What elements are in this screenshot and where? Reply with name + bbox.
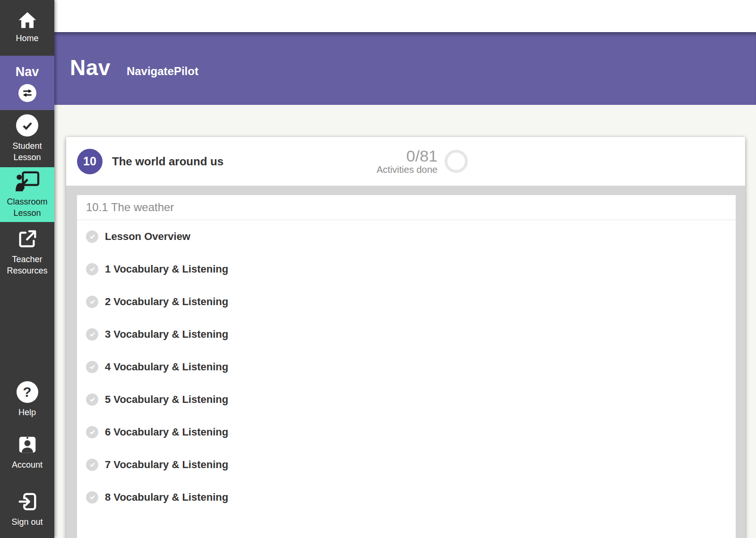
unit-header: 10 The world around us 0/81 Activities d… <box>66 137 745 186</box>
lesson-row[interactable]: 2 Vocabulary & Listening <box>77 285 736 318</box>
top-white-strip <box>54 0 756 32</box>
activity-status-icon <box>86 426 98 438</box>
lesson-row[interactable]: 5 Vocabulary & Listening <box>77 383 736 416</box>
sidebar-item-label: Classroom Lesson <box>1 196 53 218</box>
progress-ring <box>445 150 468 173</box>
activity-status-icon <box>86 491 98 504</box>
sidebar-item-label: Teacher Resources <box>1 254 53 276</box>
lesson-row[interactable]: 1 Vocabulary & Listening <box>77 253 736 285</box>
activity-status-icon <box>86 328 98 341</box>
sidebar-item-label: Nav <box>16 64 39 80</box>
section-title: 10.1 The weather <box>86 201 174 214</box>
sidebar-item-label: Student Lesson <box>1 141 53 162</box>
lesson-label: 3 Vocabulary & Listening <box>105 328 228 341</box>
lesson-label: Lesson Overview <box>105 231 190 243</box>
activity-status-icon <box>86 231 98 243</box>
brand-product-name: NavigatePilot <box>127 65 198 78</box>
sidebar-item-label: Home <box>1 33 53 44</box>
lesson-label: 6 Vocabulary & Listening <box>105 426 228 438</box>
check-circle-icon <box>16 114 38 137</box>
swap-horizontal-icon <box>18 84 36 102</box>
activity-status-icon <box>86 263 98 275</box>
activity-status-icon <box>86 393 98 406</box>
sidebar-item-account[interactable]: Account <box>0 424 54 480</box>
unit-title: The world around us <box>112 155 223 168</box>
lesson-row[interactable]: 6 Vocabulary & Listening <box>77 416 736 448</box>
lesson-row[interactable]: 7 Vocabulary & Listening <box>77 448 736 481</box>
sidebar-item-help[interactable]: ? Help <box>0 376 54 424</box>
external-link-icon <box>17 228 38 250</box>
main-area: Nav NavigatePilot 10 The world around us… <box>54 0 756 538</box>
home-icon <box>18 11 37 29</box>
unit-number-badge: 10 <box>77 149 103 174</box>
sidebar-item-home[interactable]: Home <box>0 0 54 56</box>
progress-caption: Activities done <box>343 164 438 175</box>
brand: Nav NavigatePilot <box>70 55 198 82</box>
lesson-list-panel: 10.1 The weather Lesson Overview 1 Vocab… <box>77 195 736 538</box>
app-header: Nav NavigatePilot <box>54 32 756 105</box>
sidebar-item-label: Sign out <box>1 517 53 528</box>
content-area: 10 The world around us 0/81 Activities d… <box>54 105 756 538</box>
activity-status-icon <box>86 459 98 471</box>
lesson-label: 7 Vocabulary & Listening <box>105 459 228 471</box>
id-badge-icon <box>17 434 38 455</box>
lesson-label: 1 Vocabulary & Listening <box>105 263 228 275</box>
activity-status-icon <box>86 361 98 373</box>
sidebar-item-student-lesson[interactable]: Student Lesson <box>0 110 54 167</box>
question-mark-glyph: ? <box>23 383 31 401</box>
lesson-row[interactable]: 3 Vocabulary & Listening <box>77 318 736 350</box>
section-header: 10.1 The weather <box>77 195 736 220</box>
lesson-label: 2 Vocabulary & Listening <box>105 296 228 308</box>
app-window: Home Nav Student Lesson <box>0 0 756 538</box>
sidebar-item-label: Account <box>1 460 53 470</box>
lesson-label: 4 Vocabulary & Listening <box>105 361 228 373</box>
unit-progress: 0/81 Activities done <box>343 137 468 186</box>
lesson-label: 5 Vocabulary & Listening <box>105 393 228 406</box>
progress-text: 0/81 Activities done <box>343 147 438 176</box>
sidebar-item-classroom-lesson[interactable]: Classroom Lesson <box>0 167 54 222</box>
sidebar: Home Nav Student Lesson <box>0 0 54 538</box>
sidebar-item-sign-out[interactable]: Sign out <box>0 480 54 538</box>
brand-logo-text: Nav <box>70 55 111 80</box>
question-mark-icon: ? <box>17 381 38 403</box>
activity-status-icon <box>86 296 98 308</box>
unit-card: 10 The world around us 0/81 Activities d… <box>66 137 745 538</box>
sidebar-item-nav[interactable]: Nav <box>0 56 54 110</box>
unit-number: 10 <box>83 154 96 168</box>
sidebar-spacer <box>0 282 54 376</box>
sidebar-item-label: Help <box>1 407 53 418</box>
sidebar-item-teacher-resources[interactable]: Teacher Resources <box>0 222 54 282</box>
lesson-row[interactable]: 4 Vocabulary & Listening <box>77 350 736 383</box>
progress-fraction: 0/81 <box>343 147 438 165</box>
lesson-label: 8 Vocabulary & Listening <box>105 491 228 504</box>
sign-out-icon <box>17 491 38 512</box>
lesson-row[interactable]: 8 Vocabulary & Listening <box>77 481 736 513</box>
lesson-row[interactable]: Lesson Overview <box>77 220 736 253</box>
classroom-board-icon <box>15 171 40 192</box>
